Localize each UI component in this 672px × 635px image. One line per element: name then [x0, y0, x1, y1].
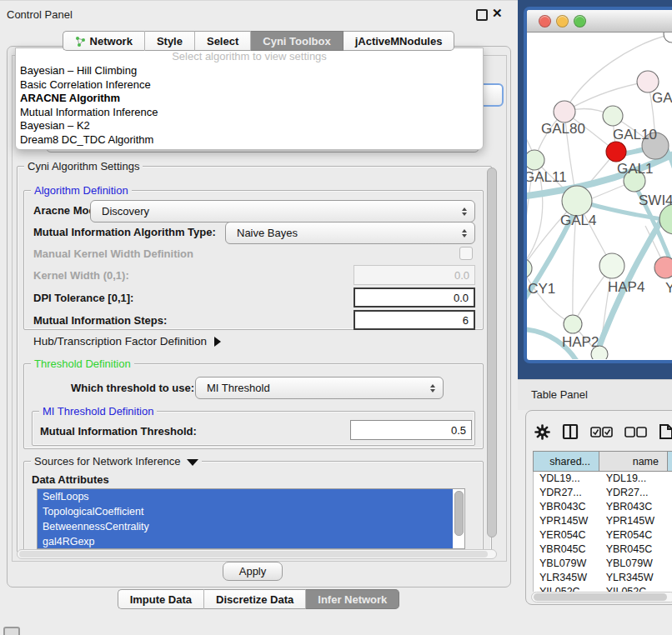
data-attributes-list[interactable]: SelfLoopsTopologicalCoefficientBetweenne…: [37, 488, 465, 549]
node-gal4[interactable]: [562, 186, 592, 216]
node-hap4[interactable]: [599, 253, 624, 278]
attribute-item-topologicalcoefficient[interactable]: TopologicalCoefficient: [38, 504, 453, 519]
table-row[interactable]: YBR045CYBR045C9.: [534, 542, 672, 557]
node-gal11[interactable]: [527, 150, 544, 170]
table-cell: YIL052C: [534, 585, 600, 592]
node-hap2[interactable]: [564, 315, 582, 333]
settings-vertical-scrollbar[interactable]: [487, 168, 497, 538]
network-window-titlebar[interactable]: [527, 10, 672, 32]
combo-spinner-icon: [430, 384, 435, 392]
node[interactable]: [664, 32, 672, 42]
attribute-item-selfloops[interactable]: SelfLoops: [38, 489, 453, 504]
node-gcy1[interactable]: [527, 258, 532, 278]
float-panel-icon[interactable]: [476, 9, 488, 21]
algorithm-dropdown-items: Bayesian – Hill ClimbingBasic Correlatio…: [16, 64, 483, 147]
node-label-hap2: HAP2: [562, 334, 599, 350]
tab-label: jActiveMNodules: [355, 35, 443, 48]
table-rows: YDL19...YDL19...13YDR27...YDR27...12YBR0…: [533, 472, 672, 592]
tab-discretize-data[interactable]: Discretize Data: [204, 589, 306, 609]
zoom-button[interactable]: [574, 15, 586, 28]
mi-steps-input[interactable]: [354, 310, 475, 330]
table-cell: YBL079W: [600, 557, 669, 571]
tab-impute-data[interactable]: Impute Data: [118, 589, 204, 609]
mi-threshold-input[interactable]: [350, 420, 472, 440]
node-label-gal: GAL: [652, 90, 672, 106]
table-row[interactable]: YDL19...YDL19...13: [534, 472, 672, 486]
select-all-checkboxes-icon[interactable]: [590, 427, 613, 438]
close-button[interactable]: [539, 15, 551, 28]
network-icon: [75, 36, 86, 47]
table-cell: YDR27...: [534, 486, 600, 500]
settings-horizontal-scrollbar[interactable]: [17, 549, 497, 559]
column-header-name[interactable]: name: [599, 451, 668, 472]
algorithm-dropdown-list: Select algorithm to view settings Bayesi…: [15, 48, 484, 150]
hub-section-label: Hub/Transcription Factor Definition: [33, 335, 207, 348]
attribute-item-gal4rgexp[interactable]: gal4RGexp: [38, 534, 453, 549]
manual-kernel-checkbox[interactable]: [459, 247, 473, 260]
tab-jactivemnodules[interactable]: jActiveMNodules: [344, 31, 455, 51]
which-threshold-combo[interactable]: MI Threshold: [195, 377, 444, 399]
column-header-3[interactable]: [668, 451, 672, 472]
tab-select[interactable]: Select: [195, 31, 251, 51]
table-row[interactable]: YBR043CYBR043C: [534, 500, 672, 514]
dpi-tolerance-input[interactable]: [354, 288, 475, 308]
network-view-window[interactable]: GALGAL80GAL10GAL1GAL11SWI4GAL4GCY1HAP4YH…: [524, 7, 672, 363]
minimized-panel-icon[interactable]: [3, 627, 20, 635]
table-horizontal-scrollbar[interactable]: [531, 592, 672, 602]
node-gal10[interactable]: [603, 106, 623, 126]
algorithm-option-mutual-information-inference[interactable]: Mutual Information Inference: [16, 106, 483, 120]
table-row[interactable]: YIL052CYIL052C0: [534, 585, 672, 592]
table-row[interactable]: YPR145WYPR145W9.: [534, 514, 672, 528]
deselect-all-checkboxes-icon[interactable]: [624, 427, 647, 438]
table-cell: 9.: [668, 571, 672, 585]
node-y[interactable]: [654, 257, 672, 278]
settings-gear-icon[interactable]: [534, 424, 550, 440]
which-threshold-value: MI Threshold: [207, 382, 270, 394]
node-gal80[interactable]: [554, 101, 575, 122]
table-cell: 8.: [668, 528, 672, 542]
algorithm-option-dream8-dc-tdc-algorithm[interactable]: Dream8 DC_TDC Algorithm: [16, 133, 483, 148]
mi-threshold-label: Mutual Information Threshold:: [40, 425, 197, 438]
import-table-icon[interactable]: [659, 423, 672, 440]
tab-infer-network[interactable]: Infer Network: [306, 589, 399, 609]
split-columns-icon[interactable]: [562, 423, 579, 440]
table-cell: YIL052C: [600, 585, 669, 592]
kernel-width-label: Kernel Width (0,1):: [33, 269, 129, 282]
table-row[interactable]: YER054CYER054C8.: [534, 528, 672, 542]
mi-threshold-group-title: MI Threshold Definition: [39, 405, 157, 418]
tab-cyni-toolbox[interactable]: Cyni Toolbox: [251, 31, 343, 51]
node-label-gcy1: GCY1: [527, 281, 555, 297]
node-label-gal4: GAL4: [560, 212, 596, 228]
node-gal1[interactable]: [606, 142, 626, 162]
hub-section-toggle[interactable]: Hub/Transcription Factor Definition: [33, 335, 221, 348]
column-header-shared[interactable]: shared...: [533, 451, 599, 472]
algorithm-option-aracne-algorithm[interactable]: ARACNE Algorithm: [16, 92, 483, 106]
table-row[interactable]: YDR27...YDR27...12: [534, 486, 672, 500]
aracne-mode-combo[interactable]: Discovery: [90, 200, 475, 222]
node-label-gal10: GAL10: [613, 127, 657, 142]
mi-type-combo[interactable]: Naive Bayes: [225, 222, 475, 244]
tab-network[interactable]: Network: [63, 31, 145, 51]
table-cell: [668, 557, 672, 571]
algorithm-option-bayesian-hill-climbing[interactable]: Bayesian – Hill Climbing: [16, 64, 483, 78]
algorithm-option-bayesian-k2[interactable]: Bayesian – K2: [16, 119, 483, 133]
attribute-item-betweennesscentrality[interactable]: BetweennessCentrality: [38, 519, 453, 534]
tab-label: Style: [157, 35, 183, 48]
close-panel-icon[interactable]: ✕: [492, 6, 503, 21]
apply-button[interactable]: Apply: [223, 562, 283, 581]
which-threshold-label: Which threshold to use:: [71, 382, 194, 394]
tab-label: Discretize Data: [216, 593, 293, 606]
table-row[interactable]: YBL079WYBL079W: [534, 557, 672, 571]
table-row[interactable]: YLR345WYLR345W9.: [534, 571, 672, 585]
tab-style[interactable]: Style: [145, 31, 195, 51]
attribute-list-scrollbar[interactable]: [454, 491, 464, 536]
minimize-button[interactable]: [556, 15, 569, 28]
table-cell: YBR043C: [534, 500, 600, 514]
node[interactable]: [659, 204, 672, 234]
network-canvas[interactable]: GALGAL80GAL10GAL1GAL11SWI4GAL4GCY1HAP4YH…: [527, 32, 672, 359]
collapsed-arrow-icon: [214, 337, 221, 347]
sources-group-title[interactable]: Sources for Network Inference: [31, 455, 202, 468]
manual-kernel-label: Manual Kernel Width Definition: [33, 248, 193, 260]
kernel-width-input[interactable]: [354, 265, 475, 285]
algorithm-option-basic-correlation-inference[interactable]: Basic Correlation Inference: [16, 78, 483, 92]
